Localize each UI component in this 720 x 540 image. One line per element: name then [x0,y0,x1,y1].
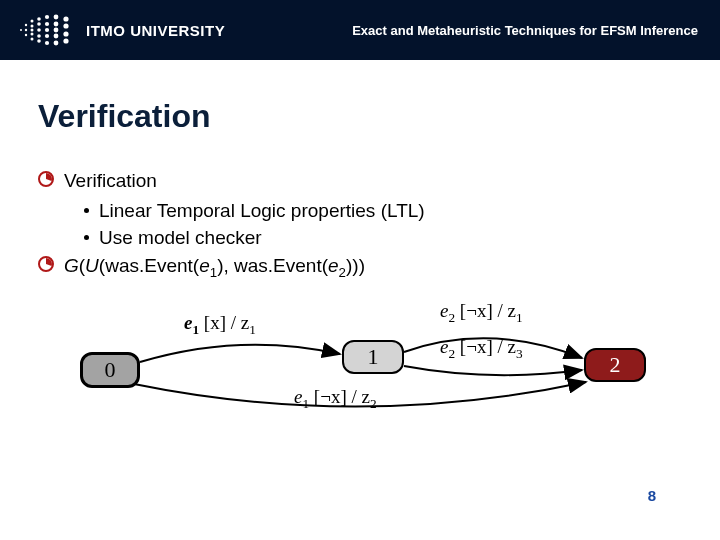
itmo-dots-logo-icon [16,13,74,47]
formula-text: G(U(was.Event(e1), was.Event(e2))) [64,252,365,282]
logo-block: ITMO UNIVERSITY [16,13,225,47]
dial-bullet-icon [38,256,54,272]
svg-point-18 [45,41,49,45]
dial-bullet-icon [38,171,54,187]
svg-point-7 [31,33,34,36]
dot-bullet-icon [84,235,89,240]
sub-bullet-ltl: Linear Temporal Logic properties (LTL) [84,197,692,225]
edge-label-0-2: e1 [¬x] / z2 [294,386,377,412]
svg-point-17 [45,34,49,38]
svg-point-12 [37,34,41,38]
slide-body: Verification Verification Linear Tempora… [0,60,720,422]
slide-heading: Verification [38,98,692,135]
svg-point-22 [54,34,59,39]
bullet-text: Linear Temporal Logic properties (LTL) [99,197,425,225]
edge-label-1-2-upper: e2 [¬x] / z1 [440,300,523,326]
sub-bullet-model-checker: Use model checker [84,224,692,252]
slide: ITMO UNIVERSITY Exact and Metaheuristic … [0,0,720,540]
svg-point-13 [37,39,41,43]
university-label: ITMO UNIVERSITY [86,22,225,39]
header-title: Exact and Metaheuristic Techniques for E… [352,23,698,38]
svg-point-20 [54,22,59,27]
bullet-text: Use model checker [99,224,262,252]
state-node-0: 0 [80,352,140,388]
svg-point-26 [63,31,68,36]
dot-bullet-icon [84,208,89,213]
state-node-2: 2 [584,348,646,382]
svg-point-11 [37,28,41,32]
svg-point-21 [54,28,59,33]
page-number: 8 [648,487,656,504]
svg-point-2 [25,29,27,31]
svg-point-23 [54,41,59,46]
bullet-text: Verification [64,167,157,195]
top-bar: ITMO UNIVERSITY Exact and Metaheuristic … [0,0,720,60]
bullet-ltl-formula: G(U(was.Event(e1), was.Event(e2))) [38,252,692,282]
svg-point-27 [63,38,68,43]
edge-label-1-2-lower: e2 [¬x] / z3 [440,336,523,362]
bullet-list: Verification Linear Temporal Logic prope… [38,167,692,282]
svg-point-1 [25,24,27,26]
edge-label-0-1: e1 [x] / z1 [184,312,256,338]
efsm-diagram: 0 1 2 e1 [x] / z1 e2 [¬x] / z1 e2 [¬x] /… [80,302,650,422]
svg-point-16 [45,28,49,32]
svg-point-9 [37,17,41,21]
svg-point-4 [31,20,34,23]
state-node-1: 1 [342,340,404,374]
svg-point-0 [20,29,22,31]
svg-point-19 [54,15,59,20]
svg-point-15 [45,22,49,26]
svg-point-5 [31,25,34,28]
svg-point-10 [37,22,41,26]
svg-point-25 [63,23,68,28]
svg-point-8 [31,38,34,41]
bullet-verification: Verification [38,167,692,195]
svg-point-24 [63,16,68,21]
svg-point-6 [31,29,34,32]
svg-point-3 [25,34,27,36]
svg-point-14 [45,15,49,19]
